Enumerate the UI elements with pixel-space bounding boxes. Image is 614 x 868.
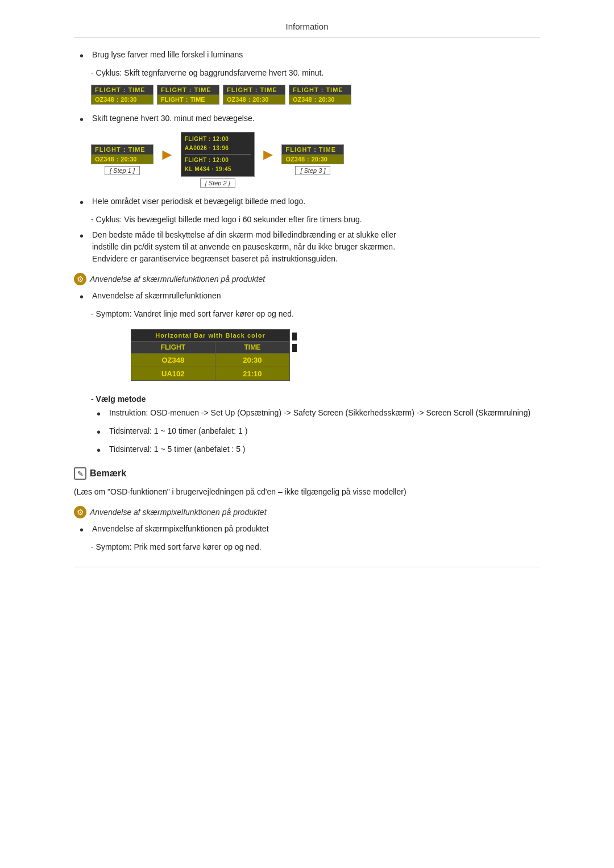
- s3r-right: 20:30: [312, 156, 327, 163]
- fh3-left: FLIGHT: [227, 86, 253, 93]
- fr1-sep: :: [117, 96, 119, 103]
- s3h-sep: :: [314, 146, 317, 153]
- bullet-item-1: • Brug lyse farver med lille forskel i l…: [80, 49, 540, 63]
- s4-bullet-dot-1: •: [80, 523, 90, 537]
- flight-box-4: FLIGHT : TIME OZ348 : 20:30: [289, 85, 351, 105]
- method-label: - Vælg metode: [91, 394, 540, 404]
- fr3-sep: :: [248, 96, 251, 103]
- step2-sep: [185, 154, 251, 155]
- step3-label: [ Step 3 ]: [295, 166, 330, 175]
- step2-box: FLIGHT : 12:00 AA0026 · 13:96 FLIGHT : 1…: [181, 132, 255, 188]
- fr4-right: 20:30: [318, 96, 334, 103]
- s2-sub-text-1: Symptom: Vandret linje med sort farver k…: [96, 309, 294, 318]
- instr-text-2: Tidsinterval: 1 ~ 10 timer (anbefalet: 1…: [109, 425, 247, 437]
- s2-sub-item-1: Symptom: Vandret linje med sort farver k…: [91, 308, 540, 320]
- fh1-right: TIME: [128, 86, 145, 93]
- scroll-demo-wrapper: Horizontal Bar with Black color FLIGHT T…: [131, 329, 297, 381]
- section2-icon-label: Anvendelse af skærmrullefunktionen på pr…: [90, 275, 265, 284]
- instr-dot-3: •: [97, 443, 107, 457]
- instr-text-3: Tidsinterval: 1 ~ 5 timer (anbefalet : 5…: [109, 443, 246, 455]
- step2-line2: AA0026 · 13:96: [185, 144, 251, 153]
- step3-header: FLIGHT : TIME: [282, 145, 343, 155]
- ind-block-2: [292, 344, 297, 352]
- bullet-dot-4: •: [80, 229, 90, 243]
- page-header: Information: [74, 11, 540, 38]
- fr3-right: 20:30: [252, 96, 268, 103]
- bullet-text-4: Den bedste måde til beskyttelse af din s…: [92, 229, 396, 265]
- step1-arrow: ►: [159, 146, 175, 164]
- s1h-left: FLIGHT: [95, 146, 121, 153]
- fh4-sep: :: [321, 86, 324, 93]
- fh4-right: TIME: [326, 86, 343, 93]
- flight-box-2-header: FLIGHT : TIME: [157, 85, 219, 95]
- section4-icon-label: Anvendelse af skærmpixelfunktionen på pr…: [90, 508, 267, 517]
- section2-icon-header: Anvendelse af skærmrullefunktionen på pr…: [74, 273, 540, 285]
- step3-flight-box: FLIGHT : TIME OZ348 : 20:30: [281, 144, 344, 164]
- scroll-table-data-row-2: UA102 21:10: [131, 367, 290, 381]
- ind-block-1: [292, 333, 297, 340]
- s3h-right: TIME: [319, 146, 336, 153]
- s3r-left: OZ348: [285, 156, 305, 163]
- fr2-right: TIME: [190, 96, 205, 103]
- scroll-table-label-row: FLIGHT TIME: [131, 342, 290, 354]
- fr1-right: 20:30: [121, 96, 136, 103]
- fh3-right: TIME: [260, 86, 277, 93]
- gear-icon-1: [74, 273, 86, 285]
- bullet-item-4: • Den bedste måde til beskyttelse af din…: [80, 229, 540, 265]
- step-demo-row: FLIGHT : TIME OZ348 : 20:30 [ Step 1 ] ►…: [91, 132, 540, 188]
- fr3-left: OZ348: [227, 96, 246, 103]
- s1r-sep: :: [117, 156, 119, 163]
- step3-row: OZ348 : 20:30: [282, 155, 343, 164]
- scroll-table-header-row: Horizontal Bar with Black color: [131, 330, 290, 342]
- scroll-table-r2c1: UA102: [131, 367, 215, 381]
- step1-flight-box: FLIGHT : TIME OZ348 : 20:30: [91, 144, 154, 164]
- bullet-text-2: Skift tegnene hvert 30. minut med bevæge…: [92, 113, 255, 124]
- step1-row: OZ348 : 20:30: [92, 155, 153, 164]
- step2-line1: FLIGHT : 12:00: [185, 135, 251, 144]
- section2-bullet1: • Anvendelse af skærmrullefunktionen: [80, 290, 540, 304]
- fh4-left: FLIGHT: [293, 86, 319, 93]
- instr-dot-2: •: [97, 425, 107, 439]
- note-icon: [74, 467, 86, 480]
- fh1-sep: :: [123, 86, 126, 93]
- scroll-indicator-col: [292, 333, 297, 352]
- sub-text-3: Cyklus: Vis bevægeligt billede med logo …: [96, 215, 362, 224]
- s4-bullet-text-1: Anvendelse af skærmpixelfunktionen på pr…: [92, 523, 269, 535]
- fh1-left: FLIGHT: [95, 86, 121, 93]
- s1h-right: TIME: [128, 146, 145, 153]
- bullet-dot-2: •: [80, 113, 90, 126]
- step2-arrow: ►: [260, 146, 276, 164]
- section4-bullet1: • Anvendelse af skærmpixelfunktionen på …: [80, 523, 540, 537]
- flight-box-2: FLIGHT : TIME FLIGHT : TIME: [157, 85, 219, 105]
- step1-box: FLIGHT : TIME OZ348 : 20:30 [ Step 1 ]: [91, 144, 154, 175]
- step2-panel: FLIGHT : 12:00 AA0026 · 13:96 FLIGHT : 1…: [181, 132, 255, 177]
- bullet-item-3: • Hele området viser periodisk et bevæge…: [80, 196, 540, 209]
- fr4-sep: :: [314, 96, 317, 103]
- step2-label: [ Step 2 ]: [200, 178, 235, 188]
- demo-row-1: FLIGHT : TIME OZ348 : 20:30 FLIGHT : TIM…: [91, 85, 540, 105]
- sub-item-3: Cyklus: Vis bevægeligt billede med logo …: [91, 214, 540, 226]
- instr-text-1: Instruktion: OSD-menuen -> Set Up (Opsæt…: [109, 407, 530, 419]
- s1r-left: OZ348: [95, 156, 114, 163]
- fh3-sep: :: [255, 86, 258, 93]
- s3h-left: FLIGHT: [285, 146, 312, 153]
- bullet-text-3: Hele området viser periodisk et bevægeli…: [92, 196, 305, 207]
- scroll-table-data-row-1: OZ348 20:30: [131, 354, 290, 367]
- fr2-left: FLIGHT: [161, 96, 184, 103]
- scroll-demo-table: Horizontal Bar with Black color FLIGHT T…: [131, 329, 290, 381]
- sub-text-1: Cyklus: Skift tegnfarverne og baggrundsf…: [96, 68, 324, 77]
- s3r-sep: :: [307, 156, 309, 163]
- flight-box-4-header: FLIGHT : TIME: [289, 85, 351, 95]
- fr4-left: OZ348: [293, 96, 312, 103]
- bullet-text-1: Brug lyse farver med lille forskel i lum…: [92, 49, 243, 61]
- flight-box-1-row: OZ348 : 20:30: [92, 95, 153, 104]
- flight-box-2-row: FLIGHT : TIME: [157, 95, 219, 104]
- page-divider: [74, 567, 540, 567]
- instr-bullet-3: • Tidsinterval: 1 ~ 5 timer (anbefalet :…: [97, 443, 540, 457]
- scroll-table-header: Horizontal Bar with Black color: [131, 330, 290, 342]
- s1r-right: 20:30: [121, 156, 136, 163]
- step3-box: FLIGHT : TIME OZ348 : 20:30 [ Step 3 ]: [281, 144, 344, 175]
- flight-box-1: FLIGHT : TIME OZ348 : 20:30: [91, 85, 154, 105]
- s2-bullet-dot-1: •: [80, 290, 90, 304]
- bullet-dot-1: •: [80, 49, 90, 63]
